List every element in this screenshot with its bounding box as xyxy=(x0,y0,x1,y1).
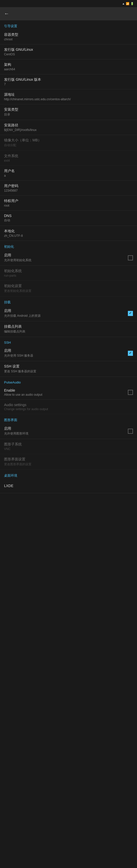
page-header: ← xyxy=(0,7,137,20)
content-area: 引导设置容器类型chroot发行版 GNU/LinuxCentOS架构aarch… xyxy=(0,20,137,493)
setting-text-image-size: 镜像大小（单位：MB）自动分配 xyxy=(4,138,133,148)
setting-subtitle-locale: zh_CN.UTF-8 xyxy=(4,234,133,238)
setting-title-desktop-env: LXDE xyxy=(4,484,133,488)
setting-title-container-type: 容器类型 xyxy=(4,32,133,37)
back-button[interactable]: ← xyxy=(4,11,9,17)
setting-item-locale[interactable]: 本地化zh_CN.UTF-8 xyxy=(0,226,137,241)
setting-title-filesystem: 文件系统 xyxy=(4,154,133,158)
setting-text-root-user: 特权用户root xyxy=(4,199,133,207)
setting-text-source-url: 源地址http://chinanet.mirrors.ustc.edu.cn/c… xyxy=(4,92,133,101)
setting-item-source-url[interactable]: 源地址http://chinanet.mirrors.ustc.edu.cn/c… xyxy=(0,89,137,104)
setting-item-distro[interactable]: 发行版 GNU/LinuxCentOS xyxy=(0,44,137,59)
setting-text-gui-subsystem: 图形子系统VNC xyxy=(4,442,133,451)
setting-text-mount-enable: 启用允许挂载 Android 上的资源 xyxy=(4,309,125,318)
setting-title-audio-settings: Audio settings xyxy=(4,403,133,407)
setting-item-ssh-settings[interactable]: SSH 设置更改 SSH 服务器的设置 xyxy=(0,361,137,377)
setting-item-username[interactable]: 用户名a xyxy=(0,166,137,181)
setting-text-dns: DNS自动 xyxy=(4,214,133,223)
setting-subtitle-gui-enable: 允许使用图形环境 xyxy=(4,431,125,436)
setting-subtitle-gui-settings: 更改图形界面的设置 xyxy=(4,462,133,466)
setting-title-distro-version: 发行版 GNU/Linux 版本 xyxy=(4,78,133,82)
setting-text-audio-enable: EnableAllow to use an audio output xyxy=(4,388,125,397)
setting-item-audio-settings: Audio settingsChange settings for audio … xyxy=(0,400,137,414)
setting-title-gui-settings: 图形界面设置 xyxy=(4,457,133,462)
setting-item-root-user[interactable]: 特权用户root xyxy=(0,196,137,211)
setting-item-gui-subsystem: 图形子系统VNC xyxy=(0,439,137,454)
setting-title-root-user: 特权用户 xyxy=(4,199,133,203)
setting-text-ssh-settings: SSH 设置更改 SSH 服务器的设置 xyxy=(4,364,133,374)
setting-text-install-path: 安装路径${ENV_DIR}/rootfs/linux xyxy=(4,123,133,132)
setting-subtitle-init-settings: 更改初始化系统设置 xyxy=(4,289,133,293)
setting-title-dns: DNS xyxy=(4,214,133,218)
section-header-gui-section: 图形界面 xyxy=(0,414,137,423)
setting-text-audio-settings: Audio settingsChange settings for audio … xyxy=(4,403,133,411)
setting-title-mount-points: 挂载点列表 xyxy=(4,324,133,329)
setting-subtitle-audio-enable: Allow to use an audio output xyxy=(4,393,125,397)
setting-text-ssh-enable: 启用允许使用 SSH 服务器 xyxy=(4,348,125,358)
setting-item-install-path[interactable]: 安装路径${ENV_DIR}/rootfs/linux xyxy=(0,120,137,135)
section-header-mount-section: 挂载 xyxy=(0,297,137,306)
setting-title-audio-enable: Enable xyxy=(4,388,125,392)
setting-subtitle-mount-enable: 允许挂载 Android 上的资源 xyxy=(4,314,125,318)
setting-item-mount-points[interactable]: 挂载点列表编辑挂载点列表 xyxy=(0,321,137,337)
setting-text-distro: 发行版 GNU/LinuxCentOS xyxy=(4,48,133,56)
setting-title-ssh-settings: SSH 设置 xyxy=(4,364,133,369)
setting-item-filesystem: 文件系统ext4 xyxy=(0,151,137,166)
setting-title-init-settings: 初始化设置 xyxy=(4,284,133,288)
checkbox-audio-enable[interactable] xyxy=(128,390,133,395)
setting-subtitle-root-user: root xyxy=(4,204,133,207)
setting-item-container-type[interactable]: 容器类型chroot xyxy=(0,29,137,44)
setting-item-gui-enable[interactable]: 启用允许使用图形环境 xyxy=(0,423,137,439)
setting-item-distro-version[interactable]: 发行版 GNU/Linux 版本7 xyxy=(0,74,137,89)
setting-text-init-settings: 初始化设置更改初始化系统设置 xyxy=(4,284,133,293)
setting-title-gui-enable: 启用 xyxy=(4,426,125,431)
setting-title-image-size: 镜像大小（单位：MB） xyxy=(4,138,133,143)
setting-title-arch: 架构 xyxy=(4,62,133,67)
wifi-icon: ▲ xyxy=(122,2,125,5)
checkbox-init-enable[interactable] xyxy=(128,255,133,260)
setting-item-audio-enable[interactable]: EnableAllow to use an audio output xyxy=(0,385,137,400)
setting-subtitle-image-size: 自动分配 xyxy=(4,143,133,148)
checkbox-mount-enable[interactable] xyxy=(128,311,133,316)
section-header-desktop-section: 桌面环境 xyxy=(0,470,137,479)
setting-item-arch[interactable]: 架构aarch64 xyxy=(0,59,137,74)
setting-subtitle-ssh-enable: 允许使用 SSH 服务器 xyxy=(4,353,125,358)
battery-icon: 🔋 xyxy=(130,2,134,5)
setting-subtitle-init-system: run-parts xyxy=(4,274,133,277)
setting-text-init-system: 初始化系统run-parts xyxy=(4,269,133,277)
setting-item-install-type[interactable]: 安装类型目录 xyxy=(0,104,137,120)
setting-item-init-system: 初始化系统run-parts xyxy=(0,266,137,281)
setting-title-gui-subsystem: 图形子系统 xyxy=(4,442,133,447)
section-header-init-section: 初始化 xyxy=(0,241,137,250)
setting-subtitle-distro: CentOS xyxy=(4,53,133,56)
setting-title-ssh-enable: 启用 xyxy=(4,348,125,353)
setting-subtitle-install-type: 目录 xyxy=(4,113,133,117)
setting-subtitle-source-url: http://chinanet.mirrors.ustc.edu.cn/cent… xyxy=(4,97,133,101)
setting-subtitle-password: 12345687 xyxy=(4,189,133,192)
setting-item-dns[interactable]: DNS自动 xyxy=(0,211,137,226)
checkbox-gui-enable[interactable] xyxy=(128,429,133,434)
setting-title-locale: 本地化 xyxy=(4,229,133,234)
setting-text-password: 用户密码12345687 xyxy=(4,184,133,192)
setting-text-gui-enable: 启用允许使用图形环境 xyxy=(4,426,125,436)
setting-text-filesystem: 文件系统ext4 xyxy=(4,154,133,162)
setting-text-arch: 架构aarch64 xyxy=(4,62,133,71)
setting-title-mount-enable: 启用 xyxy=(4,309,125,313)
setting-item-desktop-env[interactable]: LXDE xyxy=(0,479,137,493)
setting-item-ssh-enable[interactable]: 启用允许使用 SSH 服务器 xyxy=(0,345,137,361)
setting-text-distro-version: 发行版 GNU/Linux 版本7 xyxy=(4,78,133,86)
setting-item-password[interactable]: 用户密码12345687 xyxy=(0,181,137,196)
setting-title-install-type: 安装类型 xyxy=(4,107,133,112)
status-right: ▲ 📶 🔋 xyxy=(121,2,134,5)
setting-subtitle-filesystem: ext4 xyxy=(4,159,133,162)
setting-subtitle-init-enable: 允许使用初始化系统 xyxy=(4,258,125,262)
setting-subtitle-ssh-settings: 更改 SSH 服务器的设置 xyxy=(4,369,133,374)
setting-item-mount-enable[interactable]: 启用允许挂载 Android 上的资源 xyxy=(0,306,137,321)
setting-text-username: 用户名a xyxy=(4,169,133,177)
setting-item-init-enable[interactable]: 启用允许使用初始化系统 xyxy=(0,250,137,266)
checkbox-ssh-enable[interactable] xyxy=(128,351,133,356)
section-header-ssh-section: SSH xyxy=(0,337,137,345)
signal-icon: 📶 xyxy=(126,2,129,5)
setting-title-init-system: 初始化系统 xyxy=(4,269,133,273)
setting-item-image-size: 镜像大小（单位：MB）自动分配 xyxy=(0,135,137,151)
